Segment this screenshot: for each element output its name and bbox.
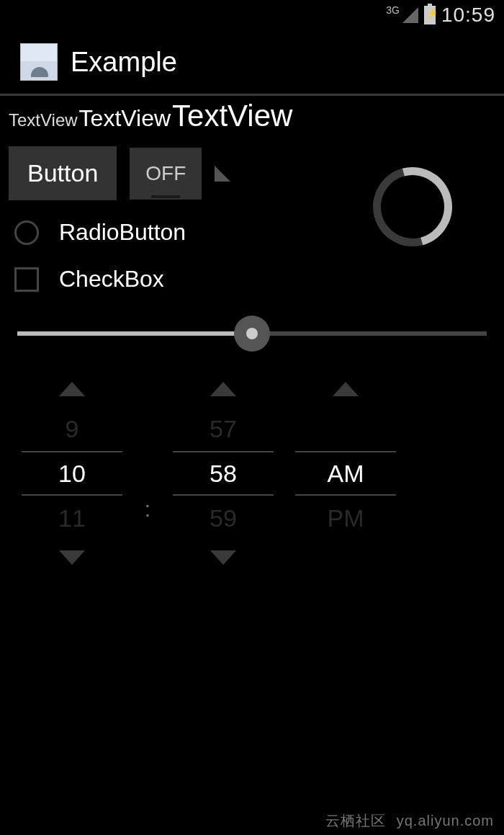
hour-current[interactable]: 10 xyxy=(22,451,122,496)
ampm-current[interactable]: AM xyxy=(295,451,396,496)
ampm-next[interactable]: PM xyxy=(295,496,396,540)
textview-row: TextView TextView TextView xyxy=(9,96,495,140)
textview-small: TextView xyxy=(9,110,78,130)
button[interactable]: Button xyxy=(9,146,117,200)
hour-prev[interactable]: 9 xyxy=(22,406,122,451)
status-bar: 3G 10:59 xyxy=(0,0,504,30)
textview-medium: TextView xyxy=(79,105,171,132)
watermark-url: yq.aliyun.com xyxy=(397,813,494,829)
minute-column[interactable]: 57 58 59 xyxy=(173,372,274,575)
hour-down-icon[interactable] xyxy=(59,550,85,565)
watermark: 云栖社区 yq.aliyun.com xyxy=(325,811,494,831)
radio-icon[interactable] xyxy=(14,220,39,245)
seekbar-wrap xyxy=(9,303,495,365)
minute-current[interactable]: 58 xyxy=(173,451,274,496)
time-picker: 9 10 11 : 57 58 59 AM PM xyxy=(9,365,495,582)
time-separator: : xyxy=(144,372,151,575)
checkbox-row[interactable]: CheckBox xyxy=(9,256,495,303)
toggle-button[interactable]: OFF xyxy=(130,148,202,200)
signal-icon xyxy=(402,7,418,23)
app-icon xyxy=(20,43,58,81)
watermark-label: 云栖社区 xyxy=(325,813,386,829)
checkbox-icon[interactable] xyxy=(14,267,39,292)
textview-large: TextView xyxy=(172,99,292,133)
minute-down-icon[interactable] xyxy=(210,550,236,565)
minute-up-icon[interactable] xyxy=(210,382,236,396)
app-title: Example xyxy=(71,47,177,78)
ampm-up-icon[interactable] xyxy=(333,382,359,396)
network-3g-label: 3G xyxy=(386,4,400,16)
ampm-prev xyxy=(295,406,396,451)
title-bar: Example xyxy=(0,30,504,96)
status-clock: 10:59 xyxy=(441,4,495,27)
content-area: TextView TextView TextView Button OFF Ra… xyxy=(0,96,504,582)
hour-up-icon[interactable] xyxy=(59,382,85,396)
ampm-column[interactable]: AM PM xyxy=(295,372,396,575)
hour-column[interactable]: 9 10 11 xyxy=(22,372,122,575)
spinner-dropdown-icon[interactable] xyxy=(215,166,230,182)
checkbox-label: CheckBox xyxy=(59,266,164,293)
minute-next[interactable]: 59 xyxy=(173,496,274,540)
seekbar-thumb[interactable] xyxy=(234,316,270,352)
seekbar-fill xyxy=(17,331,252,336)
seekbar[interactable] xyxy=(17,331,487,336)
hour-next[interactable]: 11 xyxy=(22,496,122,540)
radio-label: RadioButton xyxy=(59,219,186,246)
battery-icon xyxy=(424,6,436,24)
minute-prev[interactable]: 57 xyxy=(173,406,274,451)
